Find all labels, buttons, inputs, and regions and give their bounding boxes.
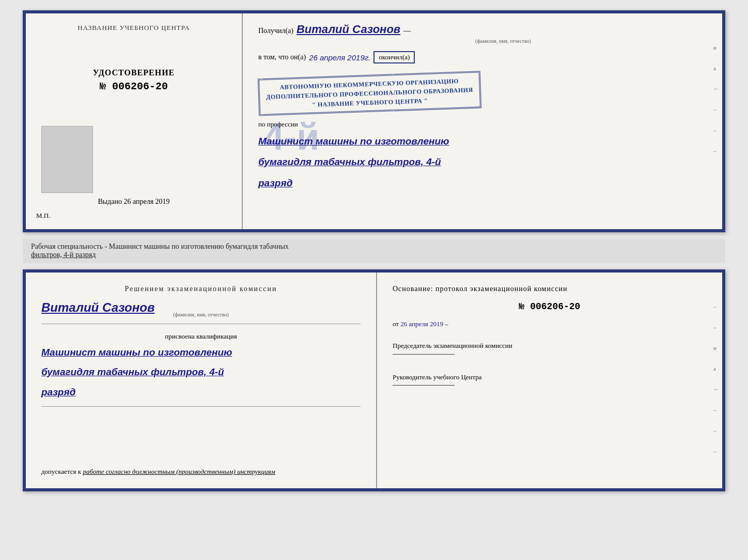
predsedatel-label: Председатель экзаменационной комиссии [393,341,707,351]
dopuskaetsya-label: допускается к [41,468,81,475]
predsedatel-signature-line [393,354,455,355]
stamp-box: АВТОНОМНУЮ НЕКОММЕРЧЕСКУЮ ОРГАНИЗАЦИЮ ДО… [258,71,481,116]
edge-mark-i: и [713,44,719,51]
divider-qual [41,406,361,407]
certificate-number-top: № 006206-20 [100,81,168,92]
dopuskaetsya-italic: работе согласно должностным (производств… [83,468,275,475]
edge-mark-dash5b: – [713,448,719,454]
mp-label: М.П. [36,212,50,220]
vtom-label: в том, что он(а) [258,53,306,61]
edge-mark-dash3: – [713,148,719,154]
ot-line: от 26 апреля 2019 – [393,320,707,328]
certificate-bottom: Решением экзаменационной комиссии Витали… [23,269,725,491]
edge-mark-arrowb: ← [713,386,719,392]
qual-2: бумагидля табачных фильтров, 4-й [41,364,361,380]
edge-mark-dash1: – [713,106,719,113]
ot-date: 26 апреля 2019 [400,320,443,328]
rukov-label: Руководитель учебного Центра [393,372,707,382]
middle-band: Рабочая специальность - Машинист машины … [23,238,725,263]
edge-mark-ab: а [713,365,719,372]
edge-mark-dash1b: – [713,303,719,310]
qual-1: Машинист машины по изготовлению [41,345,361,360]
cert-bottom-right-panel: Основание: протокол экзаменационной коми… [377,273,722,488]
edge-mark-dash2: – [713,127,719,133]
photo-placeholder [41,126,93,193]
edge-mark-a: а [713,65,719,71]
divider-fio [41,324,361,324]
fio-handwritten: Виталий Сазонов [297,23,400,36]
edge-mark-dash3b: – [713,407,719,413]
cert-bottom-left-panel: Решением экзаменационной комиссии Витали… [26,273,377,488]
edge-mark-dash2b: – [713,324,719,330]
edge-mark-ib: и [713,345,719,351]
date-handwritten: 26 апреля 2019г. [309,53,370,62]
vtom-line: в том, что он(а) 26 апреля 2019г. окончи… [258,51,707,63]
stamp-area: 4-й АВТОНОМНУЮ НЕКОММЕРЧЕСКУЮ ОРГАНИЗАЦИ… [258,72,707,112]
osnov-label: Основание: протокол экзаменационной коми… [393,285,707,293]
big-number: 4-й [263,118,319,155]
prof-handwritten-1: Машинист машины по изготовлению [258,134,707,149]
qual-3: разряд [41,385,361,400]
cert-top-left-panel: НАЗВАНИЕ УЧЕБНОГО ЦЕНТРА УДОСТОВЕРЕНИЕ №… [26,13,243,229]
prisvoena-label: присвоена квалификация [41,332,361,341]
cert-top-right-panel: Получил(а) Виталий Сазонов — (фамилия, и… [243,13,722,229]
poluchil-label: Получил(а) [258,27,293,35]
predsedatel-block: Председатель экзаменационной комиссии [393,341,707,358]
okonchil-label: окончил(а) [373,51,415,63]
ot-dash: – [445,320,448,328]
middle-text-part1: Рабочая специальность - Машинист машины … [31,243,289,250]
vydano-line: Выдано 26 апреля 2019 [26,198,242,206]
school-name-top: НАЗВАНИЕ УЧЕБНОГО ЦЕНТРА [77,24,190,32]
rukov-block: Руководитель учебного Центра [393,372,707,389]
professiya-label: по профессии [258,120,707,129]
edge-mark-dash4b: – [713,427,719,434]
rukov-signature-line [393,385,455,386]
resheniem-title: Решением экзаменационной комиссии [41,285,361,293]
prof-handwritten-2: бумагидля табачных фильтров, 4-й [258,154,707,170]
dash1: — [403,27,411,35]
osnov-number: № 006206-20 [393,301,707,312]
poluchil-line: Получил(а) Виталий Сазонов — [258,23,707,36]
ot-label: от [393,320,399,328]
right-edge-marks-bottom: – – и а ← – – – [713,303,719,454]
dopuskaetsya-line: допускается к работе согласно должностны… [41,468,361,476]
udostoverenie-title: УДОСТОВЕРЕНИЕ [93,68,175,77]
middle-text-part2: фильтров, 4-й разряд [31,251,96,259]
vydano-label: Выдано 26 апреля 2019 [98,198,169,205]
edge-mark-arrow: ← [713,86,719,92]
right-edge-marks-top: и а ← – – – [713,44,719,154]
certificate-top: НАЗВАНИЕ УЧЕБНОГО ЦЕНТРА УДОСТОВЕРЕНИЕ №… [23,10,725,232]
prof-handwritten-3: разряд [258,175,707,191]
fio-sub-top: (фамилия, имя, отчество) [300,38,707,44]
